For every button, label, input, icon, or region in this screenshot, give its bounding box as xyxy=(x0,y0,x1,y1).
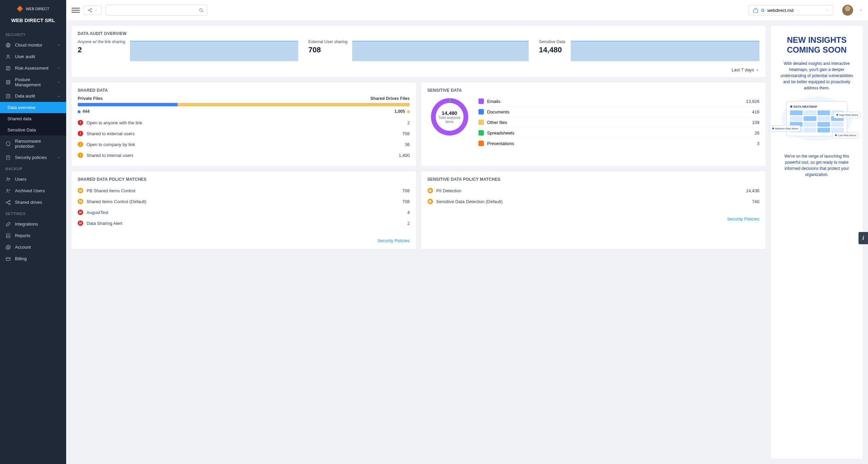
shared-row[interactable]: !Open to company by link36 xyxy=(78,139,410,150)
sidebar-subitem[interactable]: Shared data xyxy=(0,113,66,124)
domain-value: webdirect.md xyxy=(767,8,793,13)
svg-point-11 xyxy=(9,203,10,204)
svg-point-8 xyxy=(7,189,8,191)
nav-icon xyxy=(5,188,12,194)
search-icon xyxy=(199,8,204,13)
policy-row[interactable]: HAugustTest4 xyxy=(78,207,410,218)
filetype-icon xyxy=(478,99,484,104)
svg-rect-14 xyxy=(6,257,10,261)
sparkline-bar xyxy=(130,41,298,61)
legend-drives: Shared Drives Files xyxy=(370,96,410,101)
donut-total: 14,480 xyxy=(442,110,457,116)
sensitive-row[interactable]: Spreadsheets26 xyxy=(478,128,760,138)
sensitive-data-card: SENSITIVE DATA 14,480 Total analyzed ite… xyxy=(421,83,766,166)
nav-icon xyxy=(5,141,12,146)
sensitive-row[interactable]: Presentations3 xyxy=(478,138,760,148)
menu-toggle-button[interactable] xyxy=(72,6,80,14)
policy-row[interactable]: HData Sharing Alert2 xyxy=(78,218,410,229)
sidebar-item[interactable]: Security policies xyxy=(0,152,66,163)
sensitive-row[interactable]: Emails13,926 xyxy=(478,96,760,107)
sidebar-item[interactable]: Reports xyxy=(0,230,66,242)
shared-policy-link[interactable]: Security Policies xyxy=(377,238,410,243)
sidebar-item-label: Billing xyxy=(15,256,27,261)
row-value: 13,926 xyxy=(746,99,759,104)
severity-badge-icon: M xyxy=(78,188,83,193)
row-label: Data Sharing Alert xyxy=(87,221,122,226)
row-value: 1,400 xyxy=(399,153,410,158)
row-value: 740 xyxy=(752,199,759,204)
sidebar-subitem[interactable]: Sensitive Data xyxy=(0,124,66,136)
sidebar-item[interactable]: Cloud monitor xyxy=(0,39,66,51)
shared-distribution-bar xyxy=(78,103,410,106)
row-value: 109 xyxy=(752,120,759,125)
severity-badge-icon: M xyxy=(78,199,83,204)
legend-private: Private Files xyxy=(78,96,103,101)
search-input[interactable] xyxy=(109,8,199,13)
policy-row[interactable]: MPII Detection14,436 xyxy=(428,185,760,196)
sidebar-item[interactable]: Ransomware protection xyxy=(0,136,66,152)
sidebar-item[interactable]: Archived Users xyxy=(0,185,66,197)
sidebar-item[interactable]: Risk Assessment xyxy=(0,63,66,74)
sidebar-item[interactable]: User audit xyxy=(0,51,66,63)
severity-badge-icon: M xyxy=(428,188,433,193)
stat-label: Sensitive Data xyxy=(539,39,566,45)
row-label: Presentations xyxy=(487,141,514,146)
chevron-down-icon xyxy=(57,43,61,47)
overview-stat: Sensitive Data14,480 xyxy=(539,39,759,61)
sidebar-item[interactable]: Account xyxy=(0,242,66,253)
row-value: 2 xyxy=(407,221,410,226)
row-label: Shared Items Control (Default) xyxy=(87,199,146,204)
policy-row[interactable]: MSensitive Data Detection (Default)740 xyxy=(428,196,760,207)
svg-rect-4 xyxy=(6,94,10,98)
nav-icon xyxy=(5,200,12,205)
row-label: PII Detection xyxy=(436,188,461,193)
shared-row[interactable]: !Shared to external users708 xyxy=(78,128,410,139)
sidebar-item[interactable]: Integrations xyxy=(0,218,66,230)
nav-icon xyxy=(5,42,12,48)
svg-point-6 xyxy=(7,178,8,179)
overview-card: DATA AUDIT OVERVIEW Anyone w/ the link s… xyxy=(72,26,766,77)
nav-icon xyxy=(5,79,12,85)
sidebar-item[interactable]: Users xyxy=(0,174,66,185)
user-avatar[interactable] xyxy=(842,5,853,16)
severity-badge-icon: ! xyxy=(78,131,83,136)
shared-row[interactable]: !Open to anyone with the link2 xyxy=(78,117,410,128)
count-drives: 1,005 xyxy=(394,109,410,114)
sensitive-policy-card: SENSITIVE DATA POLICY MATCHES MPII Detec… xyxy=(421,172,766,249)
chevron-down-icon[interactable] xyxy=(859,8,863,12)
row-value: 4 xyxy=(407,210,410,215)
chevron-down-icon xyxy=(57,66,61,70)
sidebar-item[interactable]: Posture Management xyxy=(0,74,66,90)
timerange-selector[interactable]: Last 7 days xyxy=(72,65,766,77)
policy-row[interactable]: MPB Shared Items Control708 xyxy=(78,185,410,196)
sidebar-subitem[interactable]: Data overview xyxy=(0,102,66,113)
promo-text-1: With detailed insights and interactive h… xyxy=(777,60,856,91)
sensitive-row[interactable]: Documents416 xyxy=(478,107,760,117)
sparkline-bar xyxy=(571,41,759,61)
sidebar-item-label: Security policies xyxy=(15,155,47,160)
severity-badge-icon: H xyxy=(78,210,83,215)
sensitive-policy-link[interactable]: Security Policies xyxy=(727,216,759,221)
row-label: Open to anyone with the link xyxy=(87,120,142,125)
row-label: Emails xyxy=(487,99,501,104)
chevron-down-icon xyxy=(755,68,759,72)
sidebar-item[interactable]: Data audit xyxy=(0,90,66,102)
search-box[interactable] xyxy=(106,5,207,16)
shared-row[interactable]: !Shared to internal users1,400 xyxy=(78,150,410,161)
row-value: 2 xyxy=(407,120,410,125)
info-tab[interactable]: i xyxy=(858,232,868,244)
policy-row[interactable]: MShared Items Control (Default)708 xyxy=(78,196,410,207)
sidebar-item[interactable]: Billing xyxy=(0,253,66,265)
row-label: PB Shared Items Control xyxy=(87,188,135,193)
sidebar-item-label: Shared data xyxy=(7,116,32,121)
row-value: 36 xyxy=(405,142,410,147)
share-dropdown[interactable] xyxy=(84,5,101,15)
row-label: Shared to external users xyxy=(87,131,135,136)
domain-selector[interactable]: G webdirect.md xyxy=(749,5,833,15)
stat-label: Anyone w/ the link sharing xyxy=(78,39,125,45)
sidebar-item-label: Archived Users xyxy=(15,188,45,193)
sidebar-item-label: Data audit xyxy=(15,93,35,99)
sidebar-item[interactable]: Shared drives xyxy=(0,197,66,208)
nav-icon xyxy=(5,256,12,262)
sensitive-row[interactable]: Other files109 xyxy=(478,117,760,128)
